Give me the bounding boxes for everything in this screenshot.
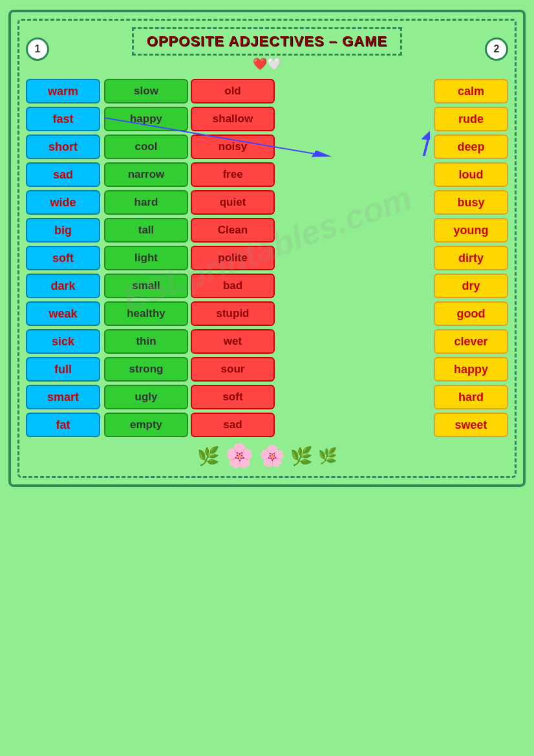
list-item: wide: [26, 190, 100, 215]
list-item: clever: [434, 329, 508, 354]
list-item: short: [26, 135, 100, 159]
list-item: happy: [434, 357, 508, 382]
header: 1 OPPOSITE ADJECTIVES – GAME ❤️🤍 2: [26, 27, 508, 71]
list-item: wet: [191, 329, 275, 354]
list-item: free: [191, 162, 275, 187]
list-item: narrow: [104, 162, 188, 187]
list-item: small: [104, 274, 188, 298]
left-column: warm fast short sad wide big soft dark w…: [26, 79, 100, 437]
list-item: deep: [434, 135, 508, 159]
list-item: Clean: [191, 218, 275, 243]
list-item: thin: [104, 329, 188, 354]
list-item: hard: [104, 190, 188, 215]
list-item: healthy: [104, 301, 188, 326]
badge-2: 2: [485, 38, 508, 61]
list-item: sad: [26, 162, 100, 187]
list-item: calm: [434, 79, 508, 103]
list-item: full: [26, 357, 100, 382]
list-item: strong: [104, 357, 188, 382]
list-item: old: [191, 79, 275, 103]
list-item: big: [26, 218, 100, 243]
list-item: warm: [26, 79, 100, 103]
list-item: sick: [26, 329, 100, 354]
list-item: empty: [104, 413, 188, 437]
hearts-decoration: ❤️🤍: [253, 57, 281, 71]
list-item: shallow: [191, 107, 275, 131]
list-item: quiet: [191, 190, 275, 215]
list-item: bad: [191, 274, 275, 298]
list-item: young: [434, 218, 508, 243]
badge-1: 1: [26, 38, 49, 61]
outer-border: 1 OPPOSITE ADJECTIVES – GAME ❤️🤍 2 warm …: [8, 10, 526, 487]
list-item: noisy: [191, 135, 275, 159]
list-item: soft: [191, 385, 275, 409]
list-item: rude: [434, 107, 508, 131]
flower-decoration: 🌿 🌸 🌸 🌿 🌿: [26, 442, 508, 470]
list-item: smart: [26, 385, 100, 409]
list-item: light: [104, 246, 188, 270]
list-item: dry: [434, 274, 508, 298]
list-item: sweet: [434, 413, 508, 437]
list-item: cool: [104, 135, 188, 159]
list-item: tall: [104, 218, 188, 243]
list-item: slow: [104, 79, 188, 103]
list-item: weak: [26, 301, 100, 326]
page-title: OPPOSITE ADJECTIVES – GAME: [147, 33, 387, 50]
list-item: happy: [104, 107, 188, 131]
list-item: stupid: [191, 301, 275, 326]
main-content: warm fast short sad wide big soft dark w…: [26, 79, 508, 437]
list-item: loud: [434, 162, 508, 187]
right-column: calm rude deep loud busy young dirty dry…: [434, 79, 508, 437]
red-column: old shallow noisy free quiet Clean polit…: [191, 79, 275, 437]
list-item: dark: [26, 274, 100, 298]
list-item: sad: [191, 413, 275, 437]
title-box: OPPOSITE ADJECTIVES – GAME: [132, 27, 402, 56]
list-item: fast: [26, 107, 100, 131]
list-item: dirty: [434, 246, 508, 270]
list-item: polite: [191, 246, 275, 270]
list-item: fat: [26, 413, 100, 437]
list-item: hard: [434, 385, 508, 409]
list-item: soft: [26, 246, 100, 270]
list-item: busy: [434, 190, 508, 215]
green-column: slow happy cool narrow hard tall light s…: [104, 79, 188, 437]
svg-line-1: [424, 133, 430, 156]
list-item: good: [434, 301, 508, 326]
inner-border: 1 OPPOSITE ADJECTIVES – GAME ❤️🤍 2 warm …: [17, 19, 517, 478]
list-item: ugly: [104, 385, 188, 409]
list-item: sour: [191, 357, 275, 382]
